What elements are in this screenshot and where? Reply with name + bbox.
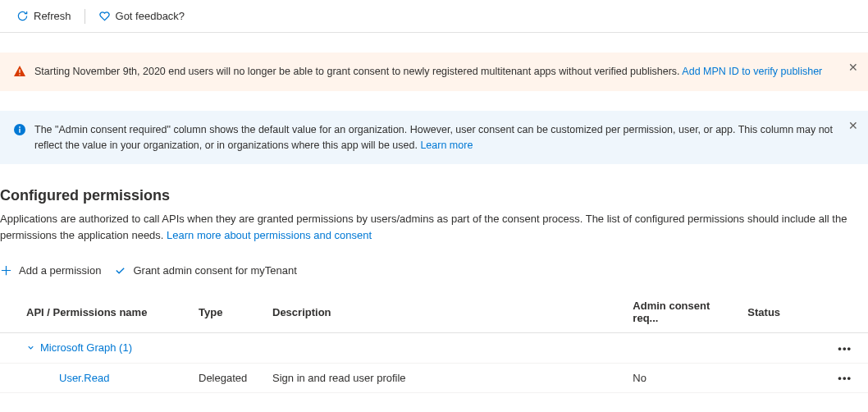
configured-permissions-section: Configured permissions Applications are … <box>0 187 868 412</box>
info-banner-content: The "Admin consent required" column show… <box>34 122 855 153</box>
api-group-row: Microsoft Graph (1) ••• <box>0 333 868 364</box>
plus-icon <box>0 264 12 277</box>
close-icon[interactable]: ✕ <box>848 59 858 76</box>
api-group-name: Microsoft Graph (1) <box>40 341 132 354</box>
permissions-learn-more-link[interactable]: Learn more about permissions and consent <box>167 229 372 241</box>
col-header-name[interactable]: API / Permissions name <box>0 291 189 333</box>
table-row: User.Read Delegated Sign in and read use… <box>0 364 868 393</box>
more-icon[interactable]: ••• <box>838 372 852 384</box>
permission-type: Delegated <box>189 364 263 393</box>
verify-publisher-link[interactable]: Add MPN ID to verify publisher <box>682 66 822 77</box>
action-bar: Add a permission Grant admin consent for… <box>0 261 868 280</box>
permission-description: Sign in and read user profile <box>263 364 623 393</box>
section-description: Applications are authorized to call APIs… <box>0 211 868 243</box>
api-group-toggle[interactable]: Microsoft Graph (1) <box>26 341 132 354</box>
refresh-icon <box>16 10 29 22</box>
section-title: Configured permissions <box>0 187 868 204</box>
permission-name-link[interactable]: User.Read <box>59 372 109 384</box>
warning-banner-text: Starting November 9th, 2020 end users wi… <box>34 66 682 77</box>
chevron-down-icon <box>26 343 35 352</box>
info-learn-more-link[interactable]: Learn more <box>420 140 473 151</box>
info-icon <box>13 123 26 136</box>
warning-icon <box>13 65 26 78</box>
heart-icon <box>98 10 111 22</box>
toolbar: Refresh Got feedback? <box>0 0 868 33</box>
warning-banner-content: Starting November 9th, 2020 end users wi… <box>34 64 855 80</box>
refresh-button[interactable]: Refresh <box>10 7 78 25</box>
add-permission-label: Add a permission <box>19 264 101 277</box>
info-banner: The "Admin consent required" column show… <box>0 111 868 165</box>
col-header-status[interactable]: Status <box>738 291 811 333</box>
permissions-table: API / Permissions name Type Description … <box>0 291 868 393</box>
add-permission-button[interactable]: Add a permission <box>0 261 101 280</box>
feedback-button[interactable]: Got feedback? <box>92 7 192 25</box>
more-icon[interactable]: ••• <box>838 342 852 355</box>
col-header-admin-consent[interactable]: Admin consent req... <box>623 291 738 333</box>
refresh-label: Refresh <box>34 10 71 22</box>
grant-consent-label: Grant admin consent for myTenant <box>133 264 296 277</box>
permission-admin-consent: No <box>623 364 738 393</box>
permission-status <box>738 364 811 393</box>
warning-banner: Starting November 9th, 2020 end users wi… <box>0 53 868 91</box>
checkmark-icon <box>114 264 126 277</box>
col-header-description[interactable]: Description <box>263 291 623 333</box>
feedback-label: Got feedback? <box>116 10 185 22</box>
grant-consent-button[interactable]: Grant admin consent for myTenant <box>114 261 296 280</box>
toolbar-divider <box>85 9 85 24</box>
close-icon[interactable]: ✕ <box>848 117 858 135</box>
col-header-type[interactable]: Type <box>189 291 263 333</box>
